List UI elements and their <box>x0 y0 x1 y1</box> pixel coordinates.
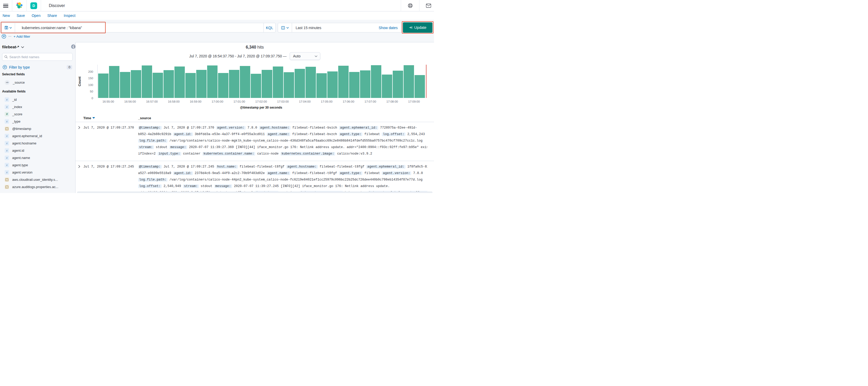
nav-share[interactable]: Share <box>47 13 57 18</box>
nav-new[interactable]: New <box>3 13 10 18</box>
histogram-bar[interactable] <box>393 71 403 98</box>
histogram-bar[interactable] <box>163 70 174 98</box>
nav-save[interactable]: Save <box>17 13 25 18</box>
elastic-logo <box>16 2 23 9</box>
field-item[interactable]: azure.auditlogs.properties.ac... <box>2 183 73 190</box>
string-field-icon: t <box>5 134 9 138</box>
discover-app-badge[interactable]: D <box>30 2 37 9</box>
expand-row-icon[interactable] <box>75 125 83 157</box>
field-key-badge: agent.type: <box>339 172 363 175</box>
histogram-bar[interactable] <box>294 69 305 98</box>
histogram-bar[interactable] <box>153 73 163 98</box>
histogram-bar[interactable] <box>327 71 338 98</box>
histogram-bar[interactable] <box>98 73 108 98</box>
field-item[interactable]: t_index <box>2 103 73 110</box>
field-label: agent.ephemeral_id <box>12 134 42 138</box>
add-filter-button[interactable]: + Add filter <box>13 34 30 38</box>
field-search-input[interactable] <box>9 55 70 59</box>
string-field-icon: t <box>5 148 9 153</box>
show-dates-button[interactable]: Show dates <box>379 26 401 30</box>
source-column-header: _source <box>138 116 151 120</box>
field-key-badge: agent.id: <box>173 132 193 136</box>
divider <box>401 0 401 11</box>
histogram-bar[interactable] <box>229 70 239 98</box>
histogram-bar[interactable] <box>142 65 152 98</box>
query-input[interactable]: kubernetes.container.name : "kibana" <box>15 26 264 30</box>
field-label: _score <box>12 112 22 116</box>
saved-query-menu-button[interactable] <box>2 23 15 32</box>
histogram-bar[interactable] <box>371 65 381 98</box>
field-item[interactable]: tagent.hostname <box>2 140 73 147</box>
histogram-bar[interactable] <box>218 73 228 98</box>
field-label: _type <box>12 119 21 123</box>
field-item[interactable]: tagent.id <box>2 147 73 154</box>
histogram-bar[interactable] <box>404 65 414 98</box>
histogram-bar[interactable] <box>414 75 425 98</box>
query-language-button[interactable]: KQL <box>264 23 275 32</box>
field-key-badge: agent.ephemeral_id: <box>339 126 378 129</box>
filter-by-type-button[interactable]: Filter by type <box>9 65 30 69</box>
histogram-bar[interactable] <box>349 72 360 98</box>
histogram-bar[interactable] <box>261 70 272 98</box>
histogram-bar[interactable] <box>382 75 392 98</box>
histogram-bar[interactable] <box>338 66 349 98</box>
string-field-icon: t <box>5 97 9 102</box>
collapse-sidebar-button[interactable]: ❮ <box>71 44 75 49</box>
field-key-badge: stream: <box>138 145 154 149</box>
field-item[interactable]: aws.cloudtrail.user_identity.s... <box>2 176 73 183</box>
field-item[interactable]: tagent.name <box>2 154 73 161</box>
time-range-value[interactable]: Last 15 minutes <box>292 26 321 30</box>
divider <box>8 36 11 37</box>
filter-icon[interactable] <box>2 34 6 39</box>
histogram-bar[interactable] <box>316 73 327 98</box>
histogram-bar[interactable] <box>251 74 261 98</box>
histogram-bar[interactable] <box>306 67 316 98</box>
expand-row-icon[interactable] <box>75 164 83 193</box>
field-key-badge: agent.type: <box>339 132 363 136</box>
field-item[interactable]: tagent.version <box>2 169 73 176</box>
y-axis-ticks: 050100150200 <box>75 65 95 98</box>
sort-desc-icon[interactable] <box>92 117 95 119</box>
histogram-bar[interactable] <box>273 66 283 98</box>
help-button[interactable] <box>405 0 415 11</box>
histogram-bar[interactable] <box>240 66 250 98</box>
field-item[interactable]: @timestamp <box>2 125 73 132</box>
table-row: Jul 7, 2020 @ 17:09:27.245@timestamp: Ju… <box>75 161 434 193</box>
histogram-bar[interactable] <box>196 70 207 98</box>
index-pattern-selector[interactable]: filebeat-* <box>2 45 73 49</box>
field-key-badge: agent.ephemeral_id: <box>366 165 405 169</box>
field-item-source[interactable]: </> _source <box>2 79 73 86</box>
histogram-bar[interactable] <box>109 66 119 98</box>
menu-icon[interactable] <box>3 4 8 7</box>
histogram-bar[interactable] <box>360 70 370 98</box>
divider <box>41 0 41 11</box>
histogram-bar[interactable] <box>175 66 185 98</box>
field-item[interactable]: t_id <box>2 96 73 103</box>
histogram-bar[interactable] <box>207 65 218 98</box>
string-field-icon: t <box>5 105 9 109</box>
nav-inspect[interactable]: Inspect <box>64 13 75 18</box>
time-column-header[interactable]: Time <box>83 116 91 120</box>
field-key-badge: stream: <box>183 184 199 188</box>
interval-select[interactable]: Auto <box>290 52 320 60</box>
histogram-chart[interactable] <box>97 65 425 98</box>
date-quick-select-button[interactable] <box>278 23 292 32</box>
histogram-bar[interactable] <box>284 72 294 98</box>
histogram-bar[interactable] <box>131 70 141 98</box>
field-key-badge: agent.name: <box>267 132 290 136</box>
histogram-bar[interactable] <box>120 72 130 98</box>
nav-open[interactable]: Open <box>32 13 40 18</box>
horizontal-scrollbar[interactable] <box>77 191 432 193</box>
histogram-bar[interactable] <box>185 73 196 98</box>
field-label: _id <box>12 98 17 101</box>
field-key-badge: log.file.path: <box>138 178 167 182</box>
field-label: aws.cloudtrail.user_identity.s... <box>12 178 58 182</box>
field-item[interactable]: tagent.type <box>2 161 73 169</box>
update-button[interactable]: Update <box>403 22 432 33</box>
newsfeed-mail-button[interactable] <box>423 0 434 11</box>
field-item[interactable]: t_type <box>2 118 73 125</box>
field-item[interactable]: tagent.ephemeral_id <box>2 132 73 140</box>
row-timestamp: Jul 7, 2020 @ 17:09:27.245 <box>83 164 138 193</box>
field-item[interactable]: #_score <box>2 110 73 118</box>
field-key-badge: @timestamp: <box>138 165 162 169</box>
